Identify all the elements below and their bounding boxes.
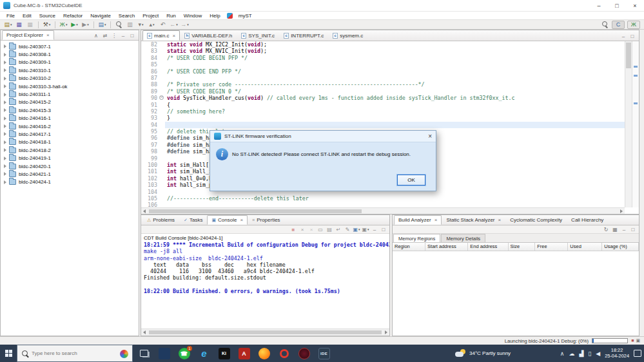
minimize-view-icon[interactable]: –: [619, 32, 628, 41]
tree-item[interactable]: bldc-240418-2: [1, 146, 139, 154]
tab-project-explorer[interactable]: Project Explorer ×: [2, 30, 54, 40]
minimize-view-icon[interactable]: –: [620, 225, 629, 234]
expander-icon[interactable]: [4, 164, 6, 168]
toolbar-icon[interactable]: [55, 21, 55, 28]
menu-item[interactable]: File: [3, 13, 19, 19]
app-edge[interactable]: e: [194, 345, 214, 362]
save-all-icon[interactable]: ▦: [25, 21, 35, 29]
tab-close-icon[interactable]: ×: [434, 217, 438, 223]
console-output[interactable]: CDT Build Console [bldc-240424-1] 18:21:…: [141, 234, 389, 329]
tree-item[interactable]: bldc-240417-1: [1, 130, 139, 138]
open-element-icon[interactable]: ▥: [125, 21, 135, 29]
console-view-tab[interactable]: ⚠ Problems: [142, 215, 179, 225]
menu-item[interactable]: Project: [139, 13, 162, 19]
editor-tab[interactable]: c SYS_INIT.c: [237, 30, 279, 41]
analyzer-view-tab[interactable]: Call Hierarchy: [567, 215, 608, 225]
scroll-right-arrow[interactable]: [385, 330, 387, 334]
memory-subtab[interactable]: Memory Regions: [393, 234, 440, 242]
search-icon[interactable]: [114, 21, 124, 29]
app-adobe[interactable]: A: [234, 345, 254, 362]
menu-item[interactable]: Help: [206, 13, 224, 19]
console-view-tab[interactable]: ▣ Console ×: [207, 215, 248, 225]
expander-icon[interactable]: [4, 100, 6, 104]
run-icon[interactable]: ▶▾: [70, 21, 79, 29]
view-menu-icon[interactable]: ⋮: [110, 32, 119, 40]
scrollbar-thumb[interactable]: [149, 330, 382, 334]
tree-item[interactable]: bldc-240421-1: [1, 170, 139, 178]
tree-item[interactable]: bldc-240311-1: [1, 90, 139, 98]
expander-icon[interactable]: [4, 124, 6, 128]
ok-button[interactable]: OK: [397, 175, 425, 186]
menu-item-myst[interactable]: myST: [235, 13, 256, 19]
network-icon[interactable]: ▟: [579, 350, 583, 357]
column-header[interactable]: Usage (%): [602, 243, 639, 251]
command-search-icon[interactable]: [600, 21, 610, 29]
cortana-icon[interactable]: [120, 350, 128, 358]
menu-item[interactable]: Window: [180, 13, 206, 19]
expander-icon[interactable]: [4, 44, 6, 48]
pin-console-icon[interactable]: ✎: [343, 225, 352, 234]
scrollbar-thumb[interactable]: [149, 209, 362, 213]
tree-item[interactable]: bldc-240308-1: [1, 50, 139, 58]
minimize-view-icon[interactable]: –: [119, 32, 128, 40]
open-console-icon[interactable]: ▣▾: [361, 225, 370, 234]
editor-horizontal-scrollbar[interactable]: [141, 207, 625, 214]
menu-item[interactable]: Refactor: [59, 13, 86, 19]
expander-icon[interactable]: [4, 157, 6, 160]
previous-annotation-icon[interactable]: ▴▾: [147, 21, 157, 29]
maximize-view-icon[interactable]: □: [629, 225, 638, 234]
refresh-icon[interactable]: ↻: [601, 225, 610, 234]
expander-icon[interactable]: [4, 172, 6, 176]
scroll-left-arrow[interactable]: [143, 330, 146, 334]
app-whatsapp[interactable]: ☎ 1: [174, 345, 194, 362]
taskbar-search[interactable]: [17, 345, 133, 362]
dialog-close-icon[interactable]: ×: [428, 133, 432, 140]
save-report-icon[interactable]: ▦: [610, 225, 620, 234]
app-opera[interactable]: [274, 345, 294, 362]
console-view-tab[interactable]: ✓ Tasks: [179, 215, 207, 225]
expander-icon[interactable]: [4, 148, 6, 152]
scroll-lock-icon[interactable]: ▤: [325, 225, 334, 234]
memory-subtab[interactable]: Memory Details: [441, 234, 485, 242]
hidden-icons-chevron[interactable]: ∧: [560, 350, 565, 357]
tree-item[interactable]: bldc-240310-3-hall-ok: [1, 82, 139, 90]
battery-icon[interactable]: ▯: [588, 350, 591, 357]
expander-icon[interactable]: [4, 180, 6, 184]
menu-item[interactable]: Run: [162, 13, 180, 19]
app-operagx[interactable]: [294, 345, 314, 362]
new-wizard-icon[interactable]: ▤▾: [3, 21, 13, 29]
cloud-icon[interactable]: ☁: [569, 350, 574, 357]
expander-icon[interactable]: [4, 77, 6, 81]
tab-close-icon[interactable]: ×: [240, 217, 243, 223]
tree-item[interactable]: bldc-240424-1: [1, 178, 139, 186]
column-header[interactable]: End address: [468, 243, 508, 251]
column-header[interactable]: Free: [535, 243, 568, 251]
analyzer-view-tab[interactable]: Static Stack Analyzer ×: [442, 215, 505, 225]
menu-item[interactable]: Source: [35, 13, 59, 19]
dialog-titlebar[interactable]: ST-LINK firmware verification ×: [210, 131, 436, 142]
cpp-perspective-icon[interactable]: C: [612, 21, 625, 29]
start-button[interactable]: [0, 345, 17, 362]
app-kicad[interactable]: Ki: [214, 345, 234, 362]
editor-tab[interactable]: c INTERRUPT.c: [279, 30, 328, 41]
debug-icon[interactable]: Ж▾: [59, 21, 68, 29]
analyzer-view-tab[interactable]: Build Analyzer ×: [394, 215, 442, 225]
expander-icon[interactable]: [4, 140, 6, 144]
search-input[interactable]: [32, 350, 109, 356]
task-view-button[interactable]: [134, 345, 154, 362]
word-wrap-icon[interactable]: ↵: [334, 225, 343, 234]
editor-tab[interactable]: c main.c ×: [142, 30, 180, 41]
tab-close-icon[interactable]: ×: [46, 32, 50, 38]
maximize-button[interactable]: □: [608, 0, 626, 11]
tree-item[interactable]: bldc-240415-3: [1, 106, 139, 114]
stop-progress-icon[interactable]: ■: [631, 338, 634, 343]
menu-item[interactable]: Search: [115, 13, 139, 19]
background-tasks-icon[interactable]: ▣: [636, 338, 640, 343]
overview-mark[interactable]: [634, 102, 638, 104]
expander-icon[interactable]: [4, 68, 6, 72]
tree-item[interactable]: bldc-240415-2: [1, 99, 139, 106]
collapse-all-icon[interactable]: ∧: [92, 32, 101, 40]
app-mail[interactable]: [154, 345, 174, 362]
column-header[interactable]: Start address: [425, 243, 468, 251]
tree-item[interactable]: bldc-240310-1: [1, 66, 139, 74]
